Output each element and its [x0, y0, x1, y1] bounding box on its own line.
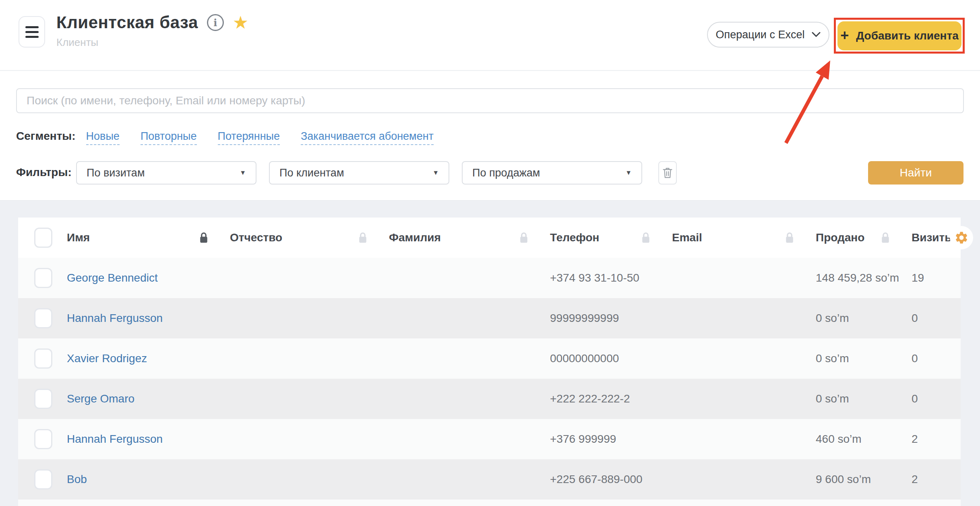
- dropdown-caret-icon: ▼: [625, 169, 632, 176]
- top-bar: Клиентская база i ★ Клиенты Операции с E…: [0, 0, 980, 71]
- search-input[interactable]: [16, 88, 964, 113]
- select-all-checkbox[interactable]: [34, 228, 52, 248]
- row-checkbox-cell: [18, 389, 67, 409]
- lock-icon: [198, 232, 209, 244]
- client-sold-cell: 0 so’m: [816, 352, 912, 365]
- info-icon[interactable]: i: [207, 14, 224, 31]
- client-name-link[interactable]: Hannah Fergusson: [67, 312, 163, 324]
- lock-icon: [784, 232, 795, 244]
- segment-link-repeat[interactable]: Повторные: [141, 130, 197, 145]
- column-header-3[interactable]: Фамилия: [389, 231, 550, 244]
- client-database-page: Клиентская база i ★ Клиенты Операции с E…: [0, 0, 980, 506]
- client-name-link[interactable]: George Bennedict: [67, 272, 158, 284]
- table-header-row: ИмяОтчествоФамилияТелефонEmailПроданоВиз…: [18, 218, 961, 258]
- lock-icon: [358, 232, 368, 244]
- column-label: Телефон: [550, 231, 599, 244]
- title-block: Клиентская база i ★ Клиенты: [56, 13, 248, 49]
- client-name-link[interactable]: Serge Omaro: [67, 392, 134, 405]
- column-label: Имя: [67, 231, 90, 244]
- column-header-2[interactable]: Отчество: [230, 231, 389, 244]
- client-sold-cell: 460 so’m: [816, 433, 912, 446]
- page-title: Клиентская база: [56, 13, 198, 32]
- client-name-cell: George Bennedict: [67, 272, 230, 284]
- row-checkbox-cell: [18, 469, 67, 489]
- gear-icon: [954, 230, 969, 245]
- table-row: Hannah Fergusson999999999990 so’m0: [18, 298, 961, 338]
- segment-link-lost[interactable]: Потерянные: [218, 130, 280, 145]
- column-header-4[interactable]: Телефон: [550, 231, 672, 244]
- client-phone-cell: +374 93 31-10-50: [550, 272, 672, 284]
- find-button[interactable]: Найти: [868, 161, 963, 185]
- client-visits-cell: 19: [912, 272, 961, 284]
- column-label: Фамилия: [389, 231, 441, 244]
- row-checkbox-cell: [18, 308, 67, 328]
- segment-link-new[interactable]: Новые: [86, 130, 120, 145]
- client-phone-cell: +376 999999: [550, 433, 672, 446]
- client-name-link[interactable]: Xavier Rodrigez: [67, 352, 147, 365]
- favorite-star-icon[interactable]: ★: [233, 14, 248, 31]
- client-phone-cell: 00000000000: [550, 352, 672, 365]
- client-visits-cell: 2: [912, 433, 961, 446]
- client-name-cell: Bob: [67, 473, 230, 486]
- header-checkbox-cell: [18, 228, 67, 248]
- row-checkbox-cell: [18, 429, 67, 449]
- row-checkbox-cell: [18, 268, 67, 288]
- dropdown-caret-icon: ▼: [432, 169, 439, 176]
- client-visits-cell: 0: [912, 352, 961, 365]
- chevron-down-icon: [812, 32, 821, 37]
- client-name-link[interactable]: Hannah Fergusson: [67, 433, 163, 445]
- client-name-cell: Xavier Rodrigez: [67, 352, 230, 365]
- row-checkbox[interactable]: [34, 268, 52, 288]
- row-checkbox-cell: [18, 348, 67, 369]
- hamburger-icon: [25, 26, 39, 28]
- column-header-5[interactable]: Email: [672, 231, 816, 244]
- row-checkbox[interactable]: [34, 308, 52, 328]
- row-checkbox[interactable]: [34, 469, 52, 489]
- filter-select-visits[interactable]: По визитам▼: [76, 161, 256, 185]
- table-row: Bob+225 667-889-0009 600 so’m2: [18, 459, 961, 500]
- trash-icon: [662, 166, 673, 179]
- table-row: Serge Omaro+222 222-222-20 so’m0: [18, 379, 961, 419]
- table-settings-button[interactable]: [950, 226, 973, 249]
- client-phone-cell: +225 667-889-000: [550, 473, 672, 486]
- row-checkbox[interactable]: [34, 389, 52, 409]
- client-name-link[interactable]: Bob: [67, 473, 87, 485]
- row-checkbox[interactable]: [34, 429, 52, 449]
- client-sold-cell: 148 459,28 so’m: [816, 272, 912, 284]
- client-sold-cell: 0 so’m: [816, 312, 912, 325]
- client-sold-cell: 0 so’m: [816, 392, 912, 405]
- segments-label: Сегменты:: [16, 130, 76, 143]
- table-body: George Bennedict+374 93 31-10-50148 459,…: [18, 258, 961, 500]
- lock-icon: [641, 232, 651, 244]
- segments-row: Сегменты: Новые Повторные Потерянные Зак…: [16, 130, 455, 145]
- filter-select-clients[interactable]: По клиентам▼: [269, 161, 449, 185]
- client-sold-cell: 9 600 so’m: [816, 473, 912, 486]
- excel-operations-button[interactable]: Операции с Excel: [707, 22, 829, 48]
- client-phone-cell: 99999999999: [550, 312, 672, 325]
- clients-table: ИмяОтчествоФамилияТелефонEmailПроданоВиз…: [18, 218, 961, 506]
- table-row: George Bennedict+374 93 31-10-50148 459,…: [18, 258, 961, 298]
- column-header-6[interactable]: Продано: [816, 231, 912, 244]
- segment-link-subscription-ending[interactable]: Заканчивается абонемент: [301, 130, 434, 145]
- client-visits-cell: 0: [912, 392, 961, 405]
- client-phone-cell: +222 222-222-2: [550, 392, 672, 405]
- filter-select-sales[interactable]: По продажам▼: [462, 161, 642, 185]
- table-row: Xavier Rodrigez000000000000 so’m0: [18, 338, 961, 379]
- dropdown-caret-icon: ▼: [240, 169, 246, 176]
- plus-icon: +: [840, 28, 849, 43]
- hamburger-menu-button[interactable]: [19, 16, 45, 48]
- add-client-button[interactable]: + Добавить клиента: [837, 21, 961, 50]
- client-name-cell: Hannah Fergusson: [67, 433, 230, 446]
- column-header-1[interactable]: Имя: [67, 231, 230, 244]
- lock-icon: [880, 232, 891, 244]
- column-label: Отчество: [230, 231, 282, 244]
- breadcrumb: Клиенты: [56, 36, 248, 49]
- column-label: Email: [672, 231, 702, 244]
- client-name-cell: Hannah Fergusson: [67, 312, 230, 325]
- lock-icon: [519, 232, 529, 244]
- row-checkbox[interactable]: [34, 348, 52, 369]
- filters-label: Фильтры:: [16, 166, 72, 179]
- clear-filters-button[interactable]: [658, 161, 677, 185]
- client-visits-cell: 0: [912, 312, 961, 325]
- column-label: Продано: [816, 231, 864, 244]
